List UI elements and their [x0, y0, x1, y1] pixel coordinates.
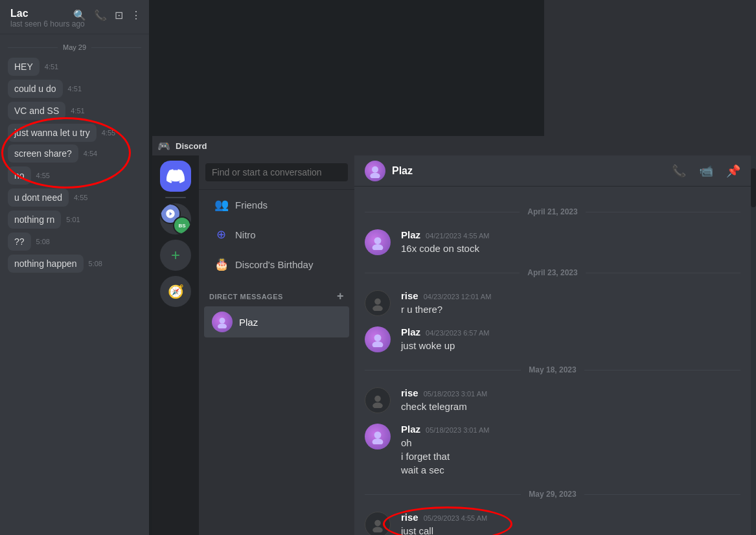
svg-point-6 — [374, 299, 381, 305]
bg-msg-text-5: no — [8, 166, 31, 185]
bg-msg-text-6: u dont need — [8, 188, 69, 207]
bg-chat-messages: May 29 HEY 4:51 could u do 4:51 VC and S… — [0, 34, 149, 535]
msg-group-rise-1: rise 04/23/2023 12:01 AM r u there? — [354, 288, 751, 319]
bg-msg-time-3: 4:55 — [102, 129, 115, 137]
date-may29: May 29, 2023 — [529, 490, 576, 499]
bg-msg-7: nothing rn 5:01 — [8, 211, 141, 229]
discord-title: Discord — [176, 141, 207, 151]
discord-logo-icon: 🎮 — [157, 140, 170, 152]
bg-msg-9: nothing happen 5:08 — [8, 255, 141, 273]
date-divider-may29-discord: May 29, 2023 — [354, 484, 751, 504]
svg-point-4 — [374, 237, 382, 244]
discord-home-button[interactable] — [160, 161, 191, 192]
pin-header-icon[interactable]: 📌 — [726, 164, 740, 178]
msg-content-rise-2: rise 05/18/2023 3:01 AM check telegram — [401, 387, 740, 413]
svg-point-14 — [374, 520, 381, 527]
rise-avatar-3 — [365, 512, 391, 535]
date-divider-apr21: April 21, 2023 — [354, 202, 751, 222]
dm-sidebar: 👥 Friends ⊕ Nitro 🎂 Discord's Birthday D… — [199, 155, 354, 535]
nitro-icon: ⊕ — [214, 227, 227, 242]
svg-point-7 — [372, 306, 383, 311]
bg-msg-time-1: 4:51 — [68, 85, 82, 93]
search-icon[interactable]: 🔍 — [73, 9, 86, 21]
msg-time-rise-1: 04/23/2023 12:01 AM — [424, 293, 492, 301]
plaz-dm-avatar — [212, 312, 233, 332]
date-divider-may18: May 18, 2023 — [354, 360, 751, 380]
stacked-avatars: BS — [160, 203, 191, 234]
bg-msg-time-2: 4:51 — [71, 107, 84, 115]
svg-point-1 — [218, 324, 227, 329]
nav-birthday-label: Discord's Birthday — [235, 259, 313, 270]
server-icon-stacked[interactable]: BS — [160, 203, 191, 234]
bg-msg-4: screen share? 4:54 — [8, 144, 141, 163]
add-server-button[interactable]: + — [160, 240, 191, 271]
bg-msg-0: HEY 4:51 — [8, 58, 141, 76]
call-header-icon[interactable]: 📞 — [672, 164, 686, 178]
msg-text-plaz-1: 16x code on stock — [401, 242, 740, 255]
server-divider — [165, 197, 186, 198]
scrollbar-thumb[interactable] — [751, 168, 756, 207]
bg-msg-text-3: just wanna let u try — [8, 124, 97, 142]
msg-author-plaz-2: Plaz — [401, 326, 420, 337]
chat-header: Plaz 📞 📹 📌 — [354, 155, 751, 187]
msg-text-plaz-3a: oh — [401, 436, 740, 450]
circled-msg-container: rise 05/29/2023 4:55 AM just call — [354, 509, 751, 535]
discord-titlebar: 🎮 Discord — [152, 136, 756, 155]
bg-msg-2: VC and SS 4:51 — [8, 102, 141, 120]
rise-avatar-1 — [365, 290, 391, 316]
date-divider-apr23: April 23, 2023 — [354, 263, 751, 282]
bg-msg-text-7: nothing rn — [8, 211, 61, 229]
bg-msg-time-7: 5:01 — [66, 216, 80, 223]
msg-time-plaz-1: 04/21/2023 4:55 AM — [426, 232, 489, 240]
stacked-avatar-2: BS — [173, 216, 191, 234]
bg-msg-8: ?? 5:08 — [8, 233, 141, 251]
svg-point-15 — [372, 527, 383, 532]
more-icon[interactable]: ⋮ — [131, 9, 141, 21]
msg-author-rise-1: rise — [401, 290, 418, 301]
scrollbar[interactable] — [751, 155, 756, 535]
dm-contact-plaz[interactable]: Plaz — [204, 306, 349, 337]
call-icon[interactable]: 📞 — [94, 9, 107, 21]
dm-add-button[interactable]: + — [337, 290, 344, 303]
nav-item-friends[interactable]: 👥 Friends — [204, 191, 349, 218]
explore-servers-button[interactable]: 🧭 — [160, 276, 191, 307]
nav-item-nitro[interactable]: ⊕ Nitro — [204, 221, 349, 248]
svg-point-8 — [374, 334, 382, 341]
bg-msg-time-4: 4:54 — [84, 150, 97, 157]
msg-text-plaz-2: just woke up — [401, 339, 740, 352]
chat-messages-container: April 21, 2023 Plaz 04/21/2023 — [354, 187, 751, 535]
dm-search-area — [199, 155, 354, 190]
bg-msg-time-8: 5:08 — [36, 238, 50, 245]
svg-point-0 — [220, 318, 225, 324]
plaz-avatar-3 — [365, 424, 391, 450]
date-divider-may29: May 29 — [8, 43, 141, 51]
chat-area: Plaz 📞 📹 📌 April 21, 2023 — [354, 155, 751, 535]
chat-header-avatar — [365, 161, 385, 181]
bg-msg-text-1: could u do — [8, 80, 63, 98]
nav-nitro-label: Nitro — [235, 229, 256, 240]
msg-group-plaz-1: Plaz 04/21/2023 4:55 AM 16x code on stoc… — [354, 227, 751, 258]
chat-header-left: Plaz — [365, 161, 413, 181]
msg-text-plaz-3c: wait a sec — [401, 463, 740, 477]
msg-content-plaz-1: Plaz 04/21/2023 4:55 AM 16x code on stoc… — [401, 229, 740, 255]
dm-section-label: DIRECT MESSAGES — [209, 293, 283, 301]
bg-msg-time-5: 4:55 — [36, 172, 50, 179]
msg-content-plaz-2: Plaz 04/23/2023 6:57 AM just woke up — [401, 326, 740, 352]
bg-msg-text-0: HEY — [8, 58, 40, 76]
msg-time-rise-3: 05/29/2023 4:55 AM — [424, 514, 487, 522]
bg-msg-time-6: 4:55 — [74, 194, 87, 201]
friends-icon: 👥 — [214, 198, 227, 212]
plaz-dm-name: Plaz — [239, 317, 258, 328]
svg-point-13 — [372, 438, 384, 444]
date-may18: May 18, 2023 — [529, 365, 576, 374]
video-header-icon[interactable]: 📹 — [699, 164, 713, 178]
nav-item-birthday[interactable]: 🎂 Discord's Birthday — [204, 251, 349, 278]
msg-content-rise-1: rise 04/23/2023 12:01 AM r u there? — [401, 290, 740, 316]
birthday-icon: 🎂 — [214, 257, 227, 271]
layout-icon[interactable]: ⊡ — [115, 9, 123, 21]
background-chat-panel: Lac last seen 6 hours ago 🔍 📞 ⊡ ⋮ May 29… — [0, 0, 149, 535]
top-right-panel — [544, 0, 756, 136]
msg-content-rise-3: rise 05/29/2023 4:55 AM just call — [401, 512, 740, 535]
bg-msg-time-0: 4:51 — [45, 63, 58, 71]
search-input[interactable] — [205, 163, 348, 181]
